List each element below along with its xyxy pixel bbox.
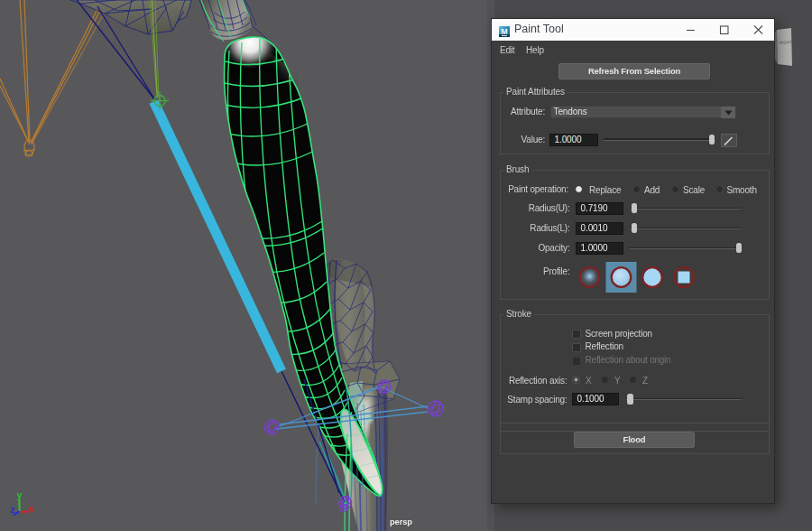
svg-text:y: y: [17, 489, 23, 500]
svg-text:x: x: [29, 503, 34, 514]
svg-text:M: M: [501, 27, 508, 36]
svg-text:z: z: [11, 504, 15, 515]
svg-text:RIGHT: RIGHT: [780, 40, 793, 45]
svg-text:persp: persp: [390, 517, 412, 526]
